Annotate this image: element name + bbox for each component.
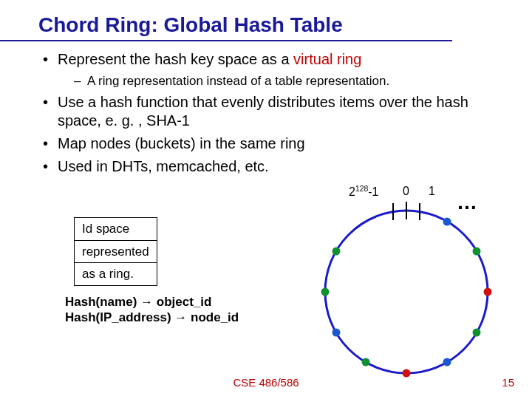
sub-bullet-1: A ring representation instead of a table… (74, 73, 510, 89)
label-max-base: 2 (349, 185, 355, 198)
node-green-2 (473, 248, 481, 256)
footer-course: CSE 486/586 (0, 376, 532, 389)
bullet-3: Map nodes (buckets) in the same ring (38, 134, 510, 153)
bullet-4: Used in DHTs, memcached, etc. (38, 157, 510, 176)
node-green-7 (362, 358, 370, 366)
slide-content: Represent the hash key space as a virtua… (0, 50, 532, 176)
sub-list: A ring representation instead of a table… (74, 73, 510, 89)
bullet-list: Represent the hash key space as a virtua… (38, 50, 510, 176)
node-blue-1 (443, 218, 451, 226)
hash-line-1: Hash(name) → object_id (65, 294, 239, 310)
label-max-suffix: -1 (368, 185, 378, 198)
page-number: 15 (502, 376, 514, 389)
slide-title: Chord Ring: Global Hash Table (0, 0, 452, 41)
idbox-line-3: as a ring. (75, 263, 157, 285)
idbox-line-2: represented (75, 241, 157, 264)
idbox-line-1: Id space (75, 218, 157, 241)
ring-circle (325, 211, 488, 373)
id-space-box: Id space represented as a ring. (74, 217, 157, 286)
bullet-2: Use a hash function that evenly distribu… (38, 93, 510, 130)
label-zero: 0 (403, 185, 409, 198)
node-red-3 (484, 288, 492, 296)
node-green-4 (473, 329, 481, 337)
chord-ring-diagram: 2128-1 0 1 … (310, 192, 502, 384)
bullet-1-text: Represent the hash key space as a (58, 51, 293, 67)
node-green-10 (332, 248, 341, 256)
ring-svg (310, 192, 502, 384)
node-blue-5 (443, 358, 451, 366)
bullet-1: Represent the hash key space as a virtua… (38, 50, 510, 89)
ellipsis: … (457, 191, 479, 214)
label-one: 1 (429, 185, 435, 198)
hash-functions: Hash(name) → object_id Hash(IP_address) … (65, 294, 239, 326)
node-blue-8 (332, 329, 341, 337)
node-green-9 (321, 288, 330, 296)
label-max-exp: 128 (355, 185, 368, 193)
label-max: 2128-1 (349, 185, 378, 199)
bullet-1-emph: virtual ring (293, 51, 361, 67)
hash-line-2: Hash(IP_address) → node_id (65, 310, 239, 325)
